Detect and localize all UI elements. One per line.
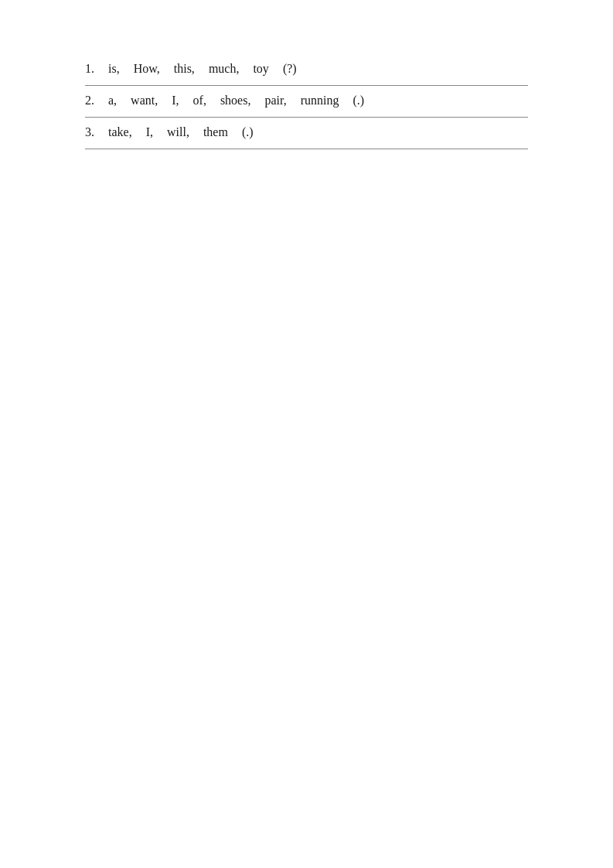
divider-3: [85, 149, 528, 149]
word-2-6: pair,: [264, 94, 286, 108]
word-3-5: (.): [242, 125, 254, 139]
exercise-item-1: 1. is, How, this, much, toy (?): [85, 54, 528, 86]
word-3-2: I,: [146, 125, 153, 139]
word-2-5: shoes,: [220, 94, 251, 108]
word-2-1: a,: [108, 94, 117, 108]
item-words-2: a, want, I, of, shoes, pair, running (.): [108, 94, 364, 108]
item-number-3: 3.: [85, 125, 108, 139]
exercise-item-2: 2. a, want, I, of, shoes, pair, running …: [85, 86, 528, 118]
word-1-5: toy: [253, 62, 268, 76]
word-1-6: (?): [283, 62, 297, 76]
page: 1. is, How, this, much, toy (?) 2. a, wa…: [0, 0, 613, 868]
item-row-3: 3. take, I, will, them (.): [85, 118, 528, 149]
word-1-1: is,: [108, 62, 120, 76]
word-1-2: How,: [134, 62, 160, 76]
word-1-4: much,: [209, 62, 240, 76]
item-row-1: 1. is, How, this, much, toy (?): [85, 54, 528, 85]
word-2-2: want,: [131, 94, 158, 108]
word-2-8: (.): [352, 94, 364, 108]
word-2-4: of,: [193, 94, 206, 108]
item-row-2: 2. a, want, I, of, shoes, pair, running …: [85, 86, 528, 117]
exercise-item-3: 3. take, I, will, them (.): [85, 118, 528, 149]
word-3-3: will,: [167, 125, 189, 139]
word-2-7: running: [301, 94, 339, 108]
item-words-3: take, I, will, them (.): [108, 125, 254, 139]
word-1-3: this,: [174, 62, 195, 76]
item-number-2: 2.: [85, 94, 108, 108]
word-3-4: them: [203, 125, 228, 139]
item-words-1: is, How, this, much, toy (?): [108, 62, 297, 76]
word-3-1: take,: [108, 125, 132, 139]
word-2-3: I,: [172, 94, 179, 108]
item-number-1: 1.: [85, 62, 108, 76]
